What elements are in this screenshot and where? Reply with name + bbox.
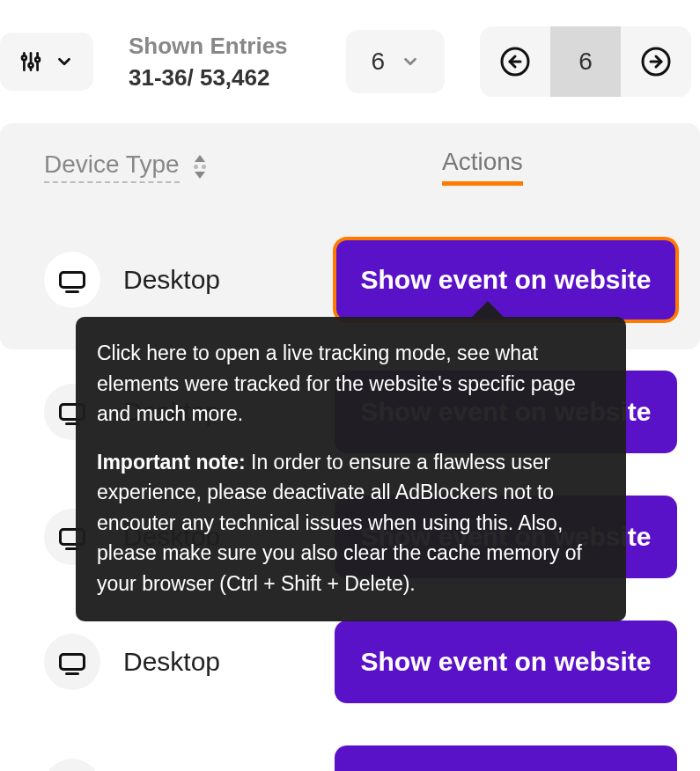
prev-page-button[interactable]	[480, 26, 550, 97]
sort-icon	[194, 155, 206, 179]
svg-point-4	[29, 63, 33, 68]
svg-point-5	[35, 57, 40, 62]
sliders-icon	[19, 50, 42, 73]
show-event-button[interactable]: Show event on website	[335, 239, 677, 321]
tooltip: Click here to open a live tracking mode,…	[76, 317, 626, 621]
action-cell: Show event on website	[335, 745, 677, 771]
desktop-icon	[59, 653, 85, 671]
shown-entries: Shown Entries 31-36/ 53,462	[129, 30, 288, 94]
device-cell: Desktop	[44, 252, 335, 308]
device-cell: Desktop	[44, 634, 335, 690]
page-size-value: 6	[371, 48, 385, 76]
show-event-button[interactable]: Show event on website	[335, 620, 677, 703]
show-event-button[interactable]: Show event on website	[335, 745, 677, 771]
desktop-icon	[59, 271, 85, 289]
svg-point-3	[22, 55, 26, 60]
device-icon-wrap	[44, 252, 100, 308]
column-header-actions: Actions	[361, 148, 656, 186]
action-cell: Show event on website	[335, 239, 677, 321]
svg-marker-10	[195, 155, 205, 162]
current-page: 6	[550, 26, 621, 97]
shown-entries-label: Shown Entries	[129, 30, 288, 62]
device-icon-wrap	[44, 634, 100, 690]
shown-entries-value: 31-36/ 53,462	[129, 62, 288, 93]
svg-marker-11	[195, 172, 205, 179]
arrow-left-circle-icon	[499, 46, 531, 77]
table-header: Device Type Actions	[0, 123, 700, 210]
device-label: Desktop	[123, 265, 220, 295]
chevron-down-icon	[55, 52, 74, 71]
next-page-button[interactable]	[621, 26, 691, 97]
device-icon-wrap	[44, 759, 100, 771]
filters-button[interactable]	[0, 33, 93, 91]
device-label: Desktop	[123, 647, 220, 677]
tooltip-text-1: Click here to open a live tracking mode,…	[97, 338, 605, 430]
action-cell: Show event on website	[335, 620, 677, 703]
toolbar: Shown Entries 31-36/ 53,462 6 6	[0, 0, 700, 123]
tooltip-strong: Important note:	[97, 451, 246, 474]
pager: 6	[480, 26, 691, 97]
page-size-select[interactable]: 6	[346, 30, 445, 93]
column-header-device-label: Device Type	[44, 151, 180, 183]
arrow-right-circle-icon	[640, 46, 672, 77]
table-row: Desktop Show event on website	[0, 724, 700, 771]
column-header-actions-label: Actions	[442, 148, 523, 186]
device-cell: Desktop	[44, 759, 335, 771]
column-header-device[interactable]: Device Type	[44, 151, 361, 183]
tooltip-text-2: Important note: In order to ensure a fla…	[97, 447, 605, 599]
chevron-down-icon	[401, 52, 420, 71]
